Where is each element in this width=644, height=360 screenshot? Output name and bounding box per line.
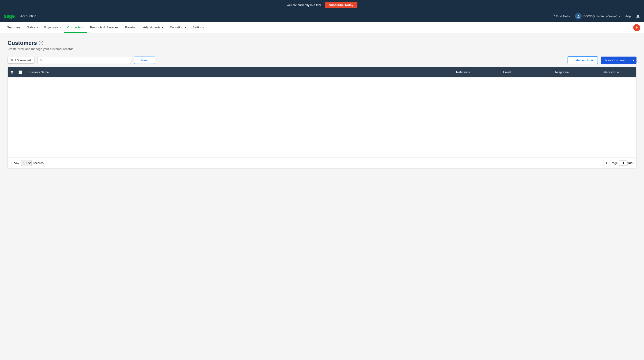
nav-reporting[interactable]: Reporting ▾ — [166, 22, 189, 33]
user-avatar — [575, 13, 582, 20]
total-pages: 1 — [633, 161, 634, 165]
nav-products-services[interactable]: Products & Services — [87, 22, 122, 33]
nav-banking[interactable]: Banking — [122, 22, 140, 33]
statement-run-button[interactable]: Statement Run — [568, 56, 598, 64]
notifications-icon[interactable] — [636, 14, 640, 19]
customers-table: Business Name Reference Email Telephone … — [8, 67, 636, 169]
logo-area: sage Accounting — [4, 13, 40, 19]
contacts-chevron-icon: ▾ — [82, 26, 84, 29]
trial-banner: You are currently in a trial Subscribe T… — [0, 0, 644, 10]
records-label: records — [34, 161, 44, 165]
user-name: IDDQDQ Limited (Owner) — [582, 15, 617, 18]
col-header-business-name: Business Name — [24, 68, 453, 77]
top-navigation: sage Accounting ? First Tasks IDDQDQ Lim… — [0, 10, 644, 22]
nav-contacts[interactable]: Contacts ▾ — [64, 22, 87, 33]
new-customer-dropdown-button[interactable]: ▾ — [630, 57, 636, 64]
expenses-chevron-icon: ▾ — [60, 26, 61, 29]
quick-add-button[interactable]: + — [633, 24, 640, 31]
question-icon: ? — [553, 14, 555, 18]
current-page-input[interactable] — [619, 160, 628, 166]
nav-adjustments[interactable]: Adjustments ▾ — [140, 22, 166, 33]
sales-chevron-icon: ▾ — [36, 26, 38, 29]
adjustments-chevron-icon: ▾ — [162, 26, 163, 29]
selected-count-badge: 0 of 0 selected — [8, 57, 34, 64]
user-chevron-icon: ▾ — [619, 15, 620, 18]
of-label: of — [629, 161, 632, 165]
page-footer: English (US) © The Sage Group plc 2021 — [0, 358, 644, 360]
col-header-reference: Reference — [453, 68, 500, 77]
select-all-checkbox-wrapper[interactable] — [16, 70, 24, 74]
page-title: Customers — [8, 40, 37, 46]
search-button[interactable]: Search — [134, 57, 155, 64]
table-footer: Show 10 25 50 records ◀ Page of 1 ▶ 0 re… — [8, 157, 636, 168]
col-header-balance-due: Balance Due — [599, 68, 636, 77]
nav-sales[interactable]: Sales ▾ — [24, 22, 41, 33]
trial-message: You are currently in a trial — [286, 3, 321, 7]
new-customer-chevron-icon: ▾ — [633, 59, 634, 62]
page-subtitle: Create, view and manage your customer re… — [8, 47, 636, 51]
show-label: Show — [12, 161, 19, 165]
subscribe-button[interactable]: Subscribe Today — [325, 2, 358, 8]
search-wrapper — [37, 57, 131, 64]
top-nav-right: ? First Tasks IDDQDQ Limited (Owner) ▾ H… — [553, 13, 640, 20]
col-header-telephone: Telephone — [552, 68, 599, 77]
help-tooltip-icon[interactable]: ? — [39, 41, 44, 45]
table-header-row: Business Name Reference Email Telephone … — [8, 67, 636, 78]
select-all-checkbox[interactable] — [18, 70, 22, 74]
pagination-controls: ◀ Page of 1 ▶ — [603, 160, 636, 166]
nav-expenses[interactable]: Expenses ▾ — [41, 22, 64, 33]
first-tasks-link[interactable]: ? First Tasks — [553, 14, 570, 18]
new-customer-button[interactable]: New Customer — [600, 57, 630, 64]
col-header-email: Email — [500, 68, 552, 77]
records-per-page-select[interactable]: 10 25 50 — [21, 160, 32, 166]
page-label: Page — [611, 161, 618, 165]
reporting-chevron-icon: ▾ — [185, 26, 186, 29]
table-controls: 0 of 0 selected Search Statement Run New… — [8, 56, 636, 64]
help-link[interactable]: Help — [624, 15, 631, 18]
prev-page-button[interactable]: ◀ — [603, 160, 609, 166]
page-title-row: Customers ? — [8, 40, 636, 46]
search-input[interactable] — [46, 59, 128, 62]
main-navigation: Summary Sales ▾ Expenses ▾ Contacts ▾ Pr… — [0, 22, 644, 33]
table-body — [8, 78, 636, 157]
app-name: Accounting — [17, 14, 36, 18]
nav-summary[interactable]: Summary — [4, 22, 24, 33]
search-icon — [40, 59, 44, 62]
column-settings-icon[interactable] — [8, 70, 16, 74]
user-menu[interactable]: IDDQDQ Limited (Owner) ▾ — [575, 13, 620, 20]
next-page-button[interactable]: ▶ — [636, 160, 636, 166]
sage-logo: sage — [4, 13, 14, 19]
nav-settings[interactable]: Settings — [189, 22, 207, 33]
new-customer-group: New Customer ▾ — [600, 57, 636, 64]
page-content: Customers ? Create, view and manage your… — [0, 33, 644, 358]
